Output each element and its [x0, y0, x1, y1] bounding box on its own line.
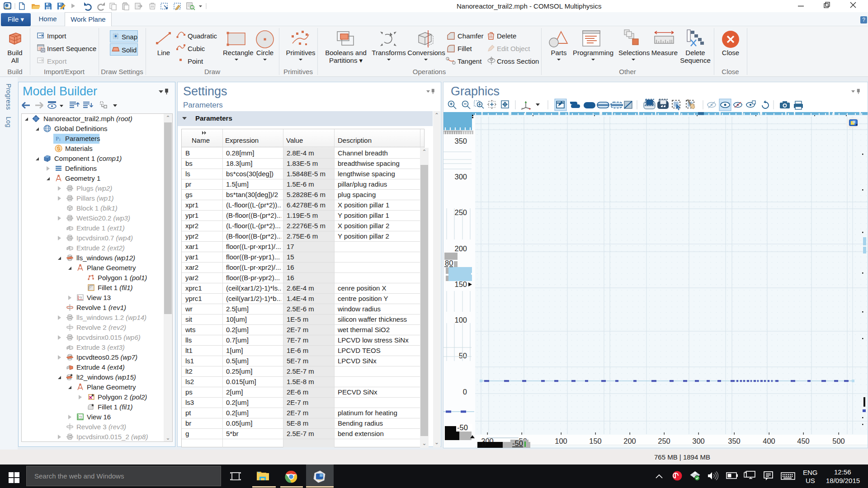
svg-text:-50: -50 — [457, 423, 468, 432]
svg-text:80: 80 — [445, 259, 453, 267]
svg-text:350: 350 — [728, 437, 741, 445]
svg-text:200: 200 — [454, 244, 467, 253]
svg-text:250: 250 — [454, 208, 467, 216]
svg-text:450: 450 — [797, 437, 810, 445]
svg-text:200: 200 — [623, 437, 636, 445]
svg-text:300: 300 — [454, 173, 467, 181]
svg-text:100: 100 — [454, 316, 467, 324]
svg-text:100: 100 — [555, 437, 567, 445]
svg-text:400: 400 — [763, 437, 775, 445]
svg-text:500: 500 — [832, 437, 845, 445]
svg-text:300: 300 — [692, 437, 705, 445]
svg-text:150: 150 — [454, 280, 467, 288]
svg-text:150: 150 — [589, 437, 602, 445]
svg-text:350: 350 — [454, 137, 467, 145]
svg-text:0: 0 — [463, 388, 467, 396]
svg-text:50: 50 — [459, 352, 467, 360]
svg-text:-50: -50 — [512, 439, 523, 447]
svg-text:250: 250 — [658, 437, 670, 445]
svg-text:0: 0 — [482, 440, 486, 448]
